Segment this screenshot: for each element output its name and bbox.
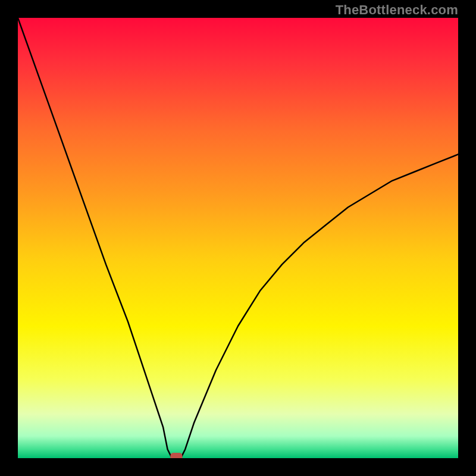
bottleneck-chart — [18, 18, 458, 458]
watermark-text: TheBottleneck.com — [336, 2, 458, 18]
optimal-point-marker — [170, 453, 182, 458]
gradient-background — [18, 18, 458, 458]
chart-frame: TheBottleneck.com — [0, 0, 476, 476]
plot-area — [18, 18, 458, 458]
